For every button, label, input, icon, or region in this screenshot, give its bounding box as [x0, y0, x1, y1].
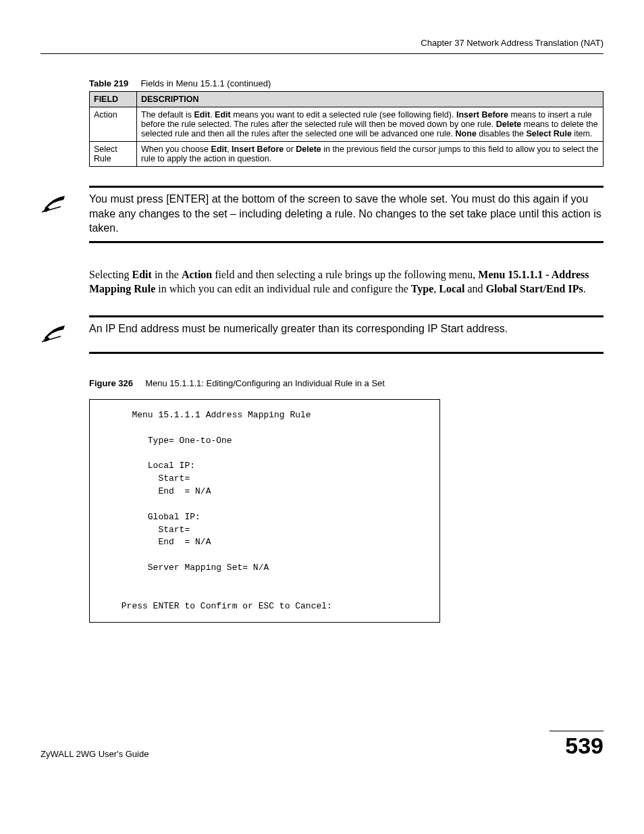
- description-cell: When you choose Edit, Insert Before or D…: [137, 142, 603, 167]
- field-cell: Select Rule: [90, 142, 137, 167]
- footer-guide-title: ZyWALL 2WG User's Guide: [41, 749, 149, 759]
- chapter-header: Chapter 37 Network Address Translation (…: [41, 38, 603, 54]
- figure-caption: Figure 326 Menu 15.1.1.1: Editing/Config…: [89, 378, 603, 388]
- description-cell: The default is Edit. Edit means you want…: [137, 107, 603, 142]
- table-header-row: FIELD DESCRIPTION: [90, 92, 603, 107]
- note-divider: [89, 315, 603, 317]
- note-divider: [89, 241, 603, 243]
- note-block: An IP End address must be numerically gr…: [41, 315, 603, 354]
- page-number: 539: [549, 731, 603, 759]
- page-footer: ZyWALL 2WG User's Guide 539: [0, 731, 644, 778]
- note-divider: [89, 186, 603, 188]
- body-paragraph: Selecting Edit in the Action field and t…: [89, 267, 603, 296]
- note-icon: [41, 321, 70, 346]
- figure-number: Figure 326: [89, 378, 133, 388]
- field-cell: Action: [90, 107, 137, 142]
- note-block: You must press [ENTER] at the bottom of …: [41, 186, 603, 243]
- table-row: Action The default is Edit. Edit means y…: [90, 107, 603, 142]
- table-caption: Table 219 Fields in Menu 15.1.1 (continu…: [89, 78, 603, 88]
- note-icon: [41, 192, 70, 217]
- terminal-screenshot: Menu 15.1.1.1 Address Mapping Rule Type=…: [89, 399, 440, 623]
- col-description: DESCRIPTION: [137, 92, 603, 107]
- figure-caption-text: Menu 15.1.1.1: Editing/Configuring an In…: [145, 378, 385, 388]
- table-caption-text: Fields in Menu 15.1.1 (continued): [140, 78, 271, 88]
- note-divider: [89, 352, 603, 354]
- col-field: FIELD: [90, 92, 137, 107]
- fields-table: FIELD DESCRIPTION Action The default is …: [89, 91, 603, 167]
- table-number: Table 219: [89, 78, 128, 88]
- note-text: An IP End address must be numerically gr…: [89, 321, 603, 336]
- note-text: You must press [ENTER] at the bottom of …: [89, 192, 603, 236]
- table-row: Select Rule When you choose Edit, Insert…: [90, 142, 603, 167]
